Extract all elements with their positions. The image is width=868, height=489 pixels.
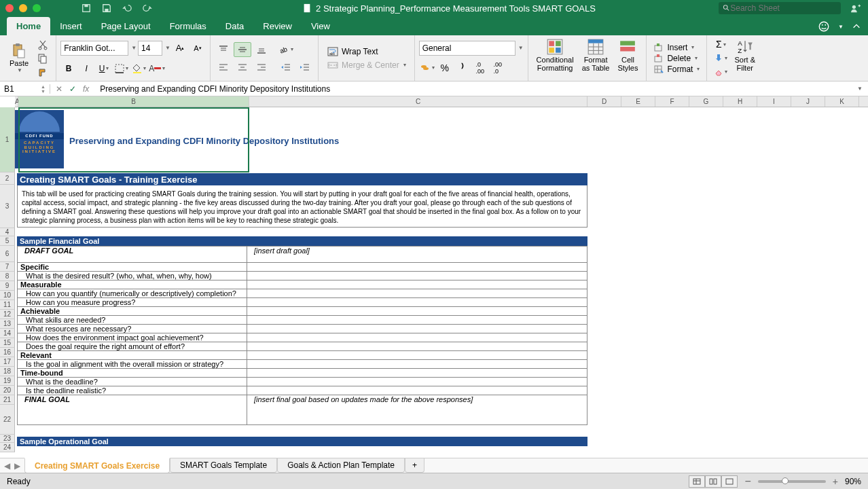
comma-icon[interactable]: ⁾ [454, 60, 471, 76]
decrease-indent-icon[interactable] [277, 60, 295, 75]
fx-icon[interactable]: fx [83, 84, 89, 94]
confirm-icon[interactable]: ✓ [69, 84, 76, 94]
minimize-window[interactable] [19, 4, 27, 12]
cell-q-ach4[interactable] [247, 342, 587, 351]
increase-indent-icon[interactable] [296, 60, 314, 75]
col-header-B[interactable]: B [18, 96, 249, 107]
page-break-view-button[interactable] [721, 475, 738, 488]
search-sheet[interactable] [719, 2, 841, 14]
row-header-19[interactable]: 19 [0, 376, 15, 386]
cell-q-tb2[interactable] [247, 386, 587, 395]
zoom-slider[interactable] [758, 480, 826, 483]
col-header-G[interactable]: G [689, 96, 723, 107]
row-header-18[interactable]: 18 [0, 367, 15, 376]
col-header-I[interactable]: I [757, 96, 791, 107]
cell-q-rel[interactable] [247, 360, 587, 369]
decrease-font-icon[interactable]: A▾ [189, 40, 206, 56]
insert-button[interactable]: Insert▾ [651, 42, 702, 53]
sheet-nav-next[interactable]: ▶ [14, 461, 20, 471]
fill-color-button[interactable]: ▾ [131, 60, 147, 77]
cell-specific[interactable] [247, 263, 587, 272]
col-header-J[interactable]: J [791, 96, 825, 107]
tab-formulas[interactable]: Formulas [160, 17, 216, 35]
copy-icon[interactable] [37, 53, 49, 64]
bold-button[interactable]: B [60, 60, 77, 77]
share-icon[interactable] [849, 3, 863, 13]
increase-font-icon[interactable]: A▴ [172, 40, 188, 56]
clear-icon[interactable]: ▾ [712, 66, 729, 78]
smiley-icon[interactable] [818, 20, 830, 33]
row-header-8[interactable]: 8 [0, 272, 15, 281]
row-header-11[interactable]: 11 [0, 300, 15, 310]
row-header-4[interactable]: 4 [0, 228, 15, 236]
align-right-icon[interactable] [253, 60, 270, 75]
add-sheet-button[interactable]: + [405, 458, 424, 473]
cell-q-specific[interactable] [247, 272, 587, 280]
col-header-K[interactable]: K [825, 96, 859, 107]
sheet-nav-prev[interactable]: ◀ [4, 461, 10, 471]
col-header-F[interactable]: F [655, 96, 689, 107]
formula-input[interactable]: Preserving and Expanding CDFI Minority D… [94, 84, 856, 94]
tab-insert[interactable]: Insert [50, 17, 92, 35]
final-goal-input[interactable]: [insert final goal based on updates made… [247, 395, 587, 425]
save-icon[interactable] [102, 3, 111, 13]
row-header-14[interactable]: 14 [0, 329, 15, 338]
cell-achievable[interactable] [247, 307, 587, 316]
zoom-in-button[interactable]: + [833, 476, 838, 487]
sheet-tab-1[interactable]: Creating SMART Goals Exercise [24, 458, 170, 473]
row-header-7[interactable]: 7 [0, 262, 15, 272]
tab-view[interactable]: View [302, 17, 340, 35]
align-top-icon[interactable] [215, 42, 232, 57]
currency-icon[interactable]: ▾ [419, 60, 435, 76]
orientation-icon[interactable]: ab▾ [277, 42, 295, 57]
format-button[interactable]: Format▾ [651, 64, 702, 75]
name-box[interactable]: B1 ▲▼ [0, 84, 50, 94]
col-header-H[interactable]: H [723, 96, 757, 107]
cell-q-meas1[interactable] [247, 289, 587, 298]
sort-filter-button[interactable]: AZ Sort & Filter [730, 37, 759, 79]
column-headers[interactable]: ABCDEFGHIJK [15, 96, 868, 107]
increase-decimal-icon[interactable]: .0.00 [472, 60, 488, 76]
row-header-5[interactable]: 5 [0, 236, 15, 246]
cell-relevant[interactable] [247, 351, 587, 360]
row-header-21[interactable]: 21 [0, 395, 15, 405]
cut-icon[interactable] [37, 39, 49, 50]
row-headers[interactable]: 123456789101112131415161718192021222324 [0, 107, 15, 452]
row-header-15[interactable]: 15 [0, 338, 15, 348]
decrease-decimal-icon[interactable]: .00.0 [490, 60, 506, 76]
col-header-E[interactable]: E [621, 96, 655, 107]
cell-q-meas2[interactable] [247, 298, 587, 307]
undo-icon[interactable] [122, 3, 132, 13]
search-input[interactable] [730, 3, 837, 13]
cell-styles-button[interactable]: Cell Styles [613, 37, 642, 79]
row-header-3[interactable]: 3 [0, 185, 15, 228]
tab-data[interactable]: Data [216, 17, 253, 35]
row-header-2[interactable]: 2 [0, 173, 15, 185]
draft-goal-input[interactable]: [insert draft goal] [247, 247, 587, 263]
cell-q-tb1[interactable] [247, 378, 587, 386]
row-header-10[interactable]: 10 [0, 291, 15, 300]
col-header-C[interactable]: C [249, 96, 587, 107]
align-bottom-icon[interactable] [253, 42, 270, 57]
align-center-icon[interactable] [234, 60, 251, 75]
normal-view-button[interactable] [689, 475, 705, 488]
tab-page-layout[interactable]: Page Layout [92, 17, 160, 35]
row-header-1[interactable]: 1 [0, 107, 15, 173]
row-header-23[interactable]: 23 [0, 435, 15, 443]
merge-center-button[interactable]: Merge & Center▾ [323, 58, 410, 72]
row-header-12[interactable]: 12 [0, 310, 15, 319]
tab-home[interactable]: Home [7, 17, 50, 35]
tab-review[interactable]: Review [253, 17, 302, 35]
cell-q-ach1[interactable] [247, 316, 587, 325]
fill-icon[interactable]: ▾ [712, 52, 729, 64]
font-size-select[interactable] [138, 41, 162, 56]
sheet-tab-3[interactable]: Goals & Action Plan Template [277, 458, 405, 473]
wrap-text-button[interactable]: abc Wrap Text [323, 45, 410, 58]
underline-button[interactable]: U▾ [96, 60, 112, 77]
align-left-icon[interactable] [215, 60, 232, 75]
maximize-window[interactable] [33, 4, 41, 12]
number-format-select[interactable] [419, 41, 516, 56]
row-header-6[interactable]: 6 [0, 246, 15, 262]
redo-icon[interactable] [143, 3, 152, 13]
zoom-out-button[interactable]: − [744, 475, 751, 488]
